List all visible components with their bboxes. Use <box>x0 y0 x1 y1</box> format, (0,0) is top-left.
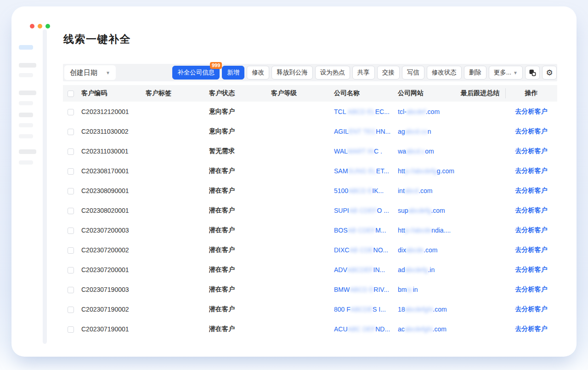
table-row: C202307200001 潜在客户 ADVABCDEF IN... adabc… <box>63 260 557 279</box>
sidebar-item-active-placeholder[interactable] <box>19 45 33 50</box>
sidebar-divider <box>43 29 47 344</box>
company-website-link[interactable]: supabcdefg.com <box>398 200 461 220</box>
row-checkbox[interactable] <box>68 247 74 254</box>
complete-company-info-button[interactable]: 补全公司信息 999 <box>172 66 220 80</box>
analyze-customer-link[interactable]: 去分析客户 <box>505 246 557 254</box>
company-website-link[interactable]: agabcd.con <box>398 121 461 141</box>
redacted-text: w. <box>407 286 413 293</box>
switch-apps-button[interactable] <box>525 66 540 80</box>
company-website-link[interactable]: waabcd.com <box>398 141 461 161</box>
row-checkbox[interactable] <box>68 287 74 293</box>
change-status-button[interactable]: 修改状态 <box>427 66 462 80</box>
more-button[interactable]: 更多... ▼ <box>489 66 523 80</box>
row-checkbox[interactable] <box>68 208 74 214</box>
company-name-link[interactable]: WALMART INC . <box>334 141 398 161</box>
column-header-last-followup: 最后跟进总结 <box>461 85 505 102</box>
sidebar-item-placeholder <box>19 101 33 105</box>
company-website-link[interactable]: intabcd.com <box>398 181 461 200</box>
row-checkbox[interactable] <box>68 129 74 135</box>
row-checkbox[interactable] <box>68 168 74 175</box>
customer-level <box>271 102 334 121</box>
customer-status: 意向客户 <box>209 102 271 121</box>
company-name-link[interactable]: 5100 ABCD EIK... <box>334 181 398 200</box>
company-name-link[interactable]: ACUABC DEFND... <box>334 319 398 339</box>
analyze-customer-link[interactable]: 去分析客户 <box>505 285 557 294</box>
company-name-link[interactable]: SAMSUNG ELET... <box>334 161 398 181</box>
delete-button[interactable]: 删除 <box>464 66 486 80</box>
row-checkbox[interactable] <box>68 326 74 333</box>
company-name-link[interactable]: TCL ABCD ELEC... <box>334 102 398 121</box>
customer-code: C202308090001 <box>81 181 146 200</box>
analyze-customer-link[interactable]: 去分析客户 <box>505 187 557 195</box>
customer-tags <box>146 141 209 161</box>
table-header-row: 客户编码 客户标签 客户状态 客户等级 公司名称 公司网站 最后跟进总结 操作 <box>63 85 557 102</box>
customer-tags <box>146 319 209 339</box>
handover-button[interactable]: 交接 <box>377 66 400 80</box>
analyze-customer-link[interactable]: 去分析客户 <box>505 226 557 234</box>
company-website-link[interactable]: http://abcdendia.... <box>398 220 461 240</box>
table-row: C202312120001 意向客户 TCL ABCD ELEC... tcl-… <box>63 102 557 121</box>
company-name-link[interactable]: BOSAB CDEFM... <box>334 220 398 240</box>
analyze-customer-link[interactable]: 去分析客户 <box>505 108 557 116</box>
company-website-link[interactable]: 18abcdefghi.com <box>398 299 461 319</box>
company-name-link[interactable]: BMW ABCD ERIV... <box>334 279 398 299</box>
customer-code: C202307200002 <box>81 240 146 260</box>
company-name-link[interactable]: AGILENT TECHN... <box>334 121 398 141</box>
table-row: C202311030002 意向客户 AGILENT TECHN... agab… <box>63 121 557 141</box>
last-followup-summary <box>461 141 505 161</box>
customer-tags <box>146 181 209 200</box>
customer-status: 潜在客户 <box>209 200 271 220</box>
last-followup-summary <box>461 200 505 220</box>
complete-company-info-label: 补全公司信息 <box>177 68 215 77</box>
row-checkbox[interactable] <box>68 148 74 155</box>
settings-button[interactable]: ⚙ <box>542 66 557 80</box>
company-website-link[interactable]: bmw.in <box>398 279 461 299</box>
company-name-link[interactable]: 800 FABCDES I... <box>334 299 398 319</box>
select-all-checkbox[interactable] <box>68 91 74 97</box>
row-checkbox[interactable] <box>68 188 74 194</box>
row-checkbox[interactable] <box>68 228 74 234</box>
company-website-link[interactable]: tcl-abcdef.com <box>398 102 461 121</box>
company-website-link[interactable]: acabcdefghi.com <box>398 319 461 339</box>
analyze-customer-link[interactable]: 去分析客户 <box>505 266 557 274</box>
last-followup-summary <box>461 220 505 240</box>
main-content: 线索一键补全 创建日期 ▼ 补全公司信息 999 新增 修改 释放到公海 设为热… <box>63 6 557 357</box>
sidebar-item-placeholder <box>19 73 33 77</box>
last-followup-summary <box>461 102 505 121</box>
company-website-link[interactable]: dixabcde.com <box>398 240 461 260</box>
redacted-text: abcde <box>406 246 424 254</box>
write-email-button[interactable]: 写信 <box>402 66 424 80</box>
analyze-customer-link[interactable]: 去分析客户 <box>505 127 557 136</box>
company-name-link[interactable]: SUPIAB CDEFO ... <box>334 200 398 220</box>
company-name-link[interactable]: ADVABCDEF IN... <box>334 260 398 279</box>
redacted-text: abcd.co <box>405 128 428 135</box>
share-button[interactable]: 共享 <box>352 66 375 80</box>
last-followup-summary <box>461 319 505 339</box>
customer-code: C202312120001 <box>81 102 146 121</box>
customer-level <box>271 200 334 220</box>
redacted-text: abcdefg <box>405 266 428 273</box>
redacted-text: ABCDEF <box>347 266 373 273</box>
add-button[interactable]: 新增 <box>222 66 244 80</box>
analyze-customer-link[interactable]: 去分析客户 <box>505 325 557 333</box>
table-row: C202307200003 潜在客户 BOSAB CDEFM... http:/… <box>63 220 557 240</box>
row-checkbox[interactable] <box>68 109 74 115</box>
table-row: C202307190001 潜在客户 ACUABC DEFND... acabc… <box>63 319 557 339</box>
release-to-pool-button[interactable]: 释放到公海 <box>271 66 313 80</box>
edit-button[interactable]: 修改 <box>247 66 269 80</box>
row-checkbox[interactable] <box>68 267 74 273</box>
company-name-link[interactable]: DIXCAB CDENO... <box>334 240 398 260</box>
company-website-link[interactable]: adabcdefg.in <box>398 260 461 279</box>
date-filter-select[interactable]: 创建日期 ▼ <box>64 65 116 80</box>
company-website-link[interactable]: http://abcdefgg.com <box>398 161 461 181</box>
row-checkbox[interactable] <box>68 307 74 313</box>
analyze-customer-link[interactable]: 去分析客户 <box>505 206 557 215</box>
customer-tags <box>146 121 209 141</box>
analyze-customer-link[interactable]: 去分析客户 <box>505 305 557 313</box>
set-hotspot-button[interactable]: 设为热点 <box>315 66 350 80</box>
analyze-customer-link[interactable]: 去分析客户 <box>505 167 557 175</box>
analyze-customer-link[interactable]: 去分析客户 <box>505 147 557 155</box>
column-header-company: 公司名称 <box>334 85 398 102</box>
customer-code: C202311030002 <box>81 121 146 141</box>
sidebar-item-placeholder <box>19 134 33 138</box>
